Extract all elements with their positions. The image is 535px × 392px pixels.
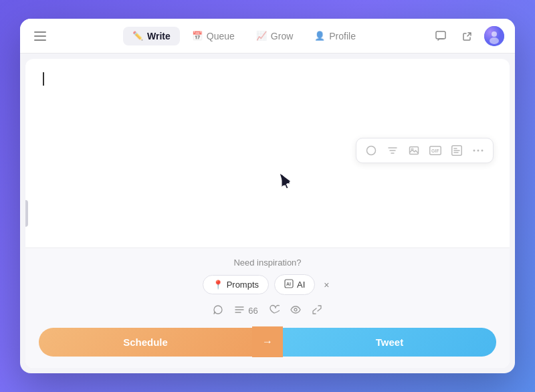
prompts-pill-icon: 📍: [213, 280, 223, 290]
filter-toolbar-icon[interactable]: [385, 142, 401, 159]
tab-grow-label: Grow: [271, 31, 293, 41]
more-toolbar-icon[interactable]: [470, 142, 486, 159]
tab-profile-label: Profile: [329, 31, 356, 41]
svg-rect-1: [34, 35, 46, 37]
prompts-pill[interactable]: 📍 Prompts: [203, 275, 269, 294]
tab-queue-label: Queue: [207, 31, 235, 41]
stats-row: 66: [39, 304, 496, 317]
tab-queue[interactable]: 📅 Queue: [183, 27, 244, 45]
editor-container: GIF: [25, 59, 510, 368]
schedule-button[interactable]: Schedule: [39, 328, 252, 357]
threads-icon: [234, 304, 245, 317]
tab-profile[interactable]: 👤 Profile: [305, 27, 365, 45]
svg-point-7: [367, 146, 376, 155]
editor-area[interactable]: GIF: [25, 59, 510, 248]
titlebar-right: [431, 26, 504, 46]
profile-icon: 👤: [314, 31, 325, 41]
prompts-pill-label: Prompts: [227, 280, 259, 290]
svg-point-27: [294, 308, 297, 311]
expand-stat[interactable]: [312, 304, 322, 317]
arrow-icon: →: [262, 336, 273, 348]
arrow-button[interactable]: →: [252, 326, 283, 357]
prompt-pills: 📍 Prompts AI AI ×: [39, 274, 496, 295]
eye-icon: [290, 304, 301, 317]
action-buttons: Schedule → Tweet: [39, 326, 496, 357]
svg-text:GIF: GIF: [431, 149, 439, 153]
titlebar: ✏️ Write 📅 Queue 📈 Grow 👤 Profile: [20, 19, 515, 54]
threads-count: 66: [248, 306, 257, 316]
bottom-section: Need inspiration? 📍 Prompts AI AI ×: [25, 248, 510, 368]
queue-icon: 📅: [192, 31, 203, 41]
tab-write-label: Write: [147, 31, 171, 41]
chat-button[interactable]: [431, 26, 451, 46]
inspiration-text: Need inspiration?: [39, 258, 496, 268]
svg-point-6: [490, 37, 499, 44]
svg-point-20: [477, 150, 479, 152]
threads-stat[interactable]: 66: [234, 304, 257, 317]
expand-icon: [312, 304, 322, 317]
svg-rect-2: [34, 39, 46, 41]
likes-stat[interactable]: [269, 304, 280, 317]
tweet-button[interactable]: Tweet: [283, 328, 496, 357]
svg-point-5: [492, 31, 497, 37]
replies-icon: [213, 304, 223, 317]
ai-pill[interactable]: AI AI: [274, 274, 315, 295]
grow-icon: 📈: [256, 31, 267, 41]
svg-text:AI: AI: [286, 282, 291, 286]
close-pills-button[interactable]: ×: [320, 279, 332, 291]
image-toolbar-icon[interactable]: [406, 142, 422, 159]
ai-pill-label: AI: [297, 280, 305, 290]
svg-point-19: [473, 150, 475, 152]
replies-stat[interactable]: [213, 304, 223, 317]
sidebar-toggle-button[interactable]: [31, 27, 49, 45]
circle-toolbar-icon[interactable]: [363, 142, 379, 159]
main-window: ✏️ Write 📅 Queue 📈 Grow 👤 Profile: [20, 19, 515, 373]
external-link-button[interactable]: [457, 26, 477, 46]
heart-icon: [269, 304, 280, 317]
schedule-label: Schedule: [123, 336, 168, 348]
tab-write[interactable]: ✏️ Write: [123, 27, 180, 45]
tweet-label: Tweet: [376, 336, 403, 348]
nav-tabs: ✏️ Write 📅 Queue 📈 Grow 👤 Profile: [58, 27, 431, 45]
poll-toolbar-icon[interactable]: [449, 142, 465, 159]
svg-rect-0: [34, 31, 46, 33]
write-icon: ✏️: [132, 31, 143, 41]
avatar[interactable]: [484, 26, 504, 46]
views-stat[interactable]: [290, 304, 301, 317]
gif-toolbar-icon[interactable]: GIF: [427, 142, 443, 159]
svg-point-21: [481, 150, 484, 152]
editor-toolbar: GIF: [356, 138, 494, 163]
svg-rect-3: [436, 31, 445, 39]
tab-grow[interactable]: 📈 Grow: [247, 27, 302, 45]
text-cursor: [43, 72, 44, 86]
ai-pill-icon: AI: [284, 279, 294, 290]
